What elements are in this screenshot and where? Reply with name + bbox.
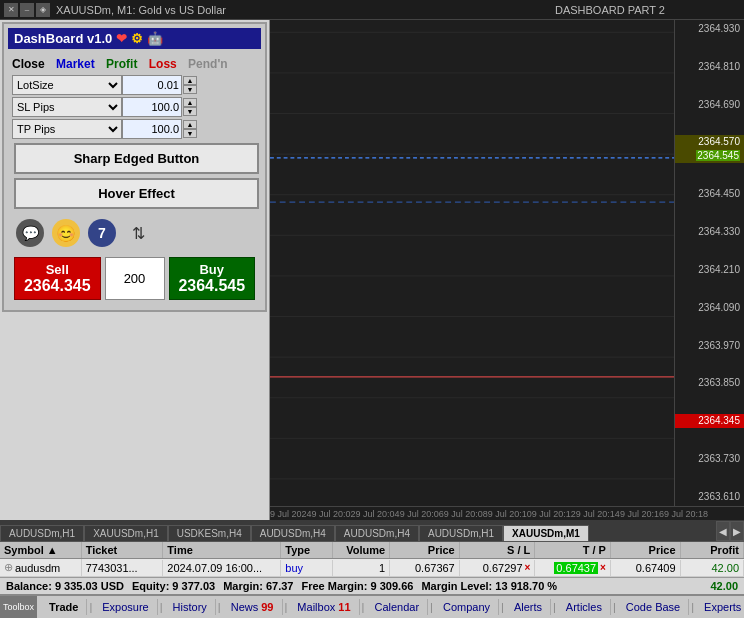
bottom-tab-history[interactable]: History <box>165 599 216 615</box>
bottom-tab-codebase[interactable]: Code Base <box>618 599 689 615</box>
tp-up[interactable]: ▲ <box>183 120 197 129</box>
price-label-highlight: 2364.5702364.545 <box>675 135 744 163</box>
price-label-1: 2364.930 <box>675 22 744 36</box>
buy-price: 2364.545 <box>178 277 247 295</box>
market-label: Market <box>56 57 95 71</box>
tab-audusdm-h4-2[interactable]: AUDUSDm,H4 <box>335 525 419 541</box>
bottom-tab-exposure[interactable]: Exposure <box>94 599 157 615</box>
th-ticket[interactable]: Ticket <box>82 542 164 558</box>
th-symbol[interactable]: Symbol ▲ <box>0 542 82 558</box>
tp-row: TP Pips ▲ ▼ <box>12 119 257 139</box>
th-price[interactable]: Price <box>390 542 460 558</box>
lot-input[interactable]: 200 <box>105 257 165 300</box>
tab-right-arrow[interactable]: ▶ <box>730 521 744 541</box>
bottom-tab-calendar[interactable]: Calendar <box>366 599 428 615</box>
bottom-tab-articles[interactable]: Articles <box>558 599 611 615</box>
gear-icon: ⚙ <box>131 31 143 46</box>
th-type[interactable]: Type <box>281 542 332 558</box>
th-sl[interactable]: S / L <box>460 542 536 558</box>
trade-table-area: Symbol ▲ Ticket Time Type Volume Price S… <box>0 542 744 594</box>
sharp-button[interactable]: Sharp Edged Button <box>14 143 259 174</box>
chat-icon[interactable]: 💬 <box>16 219 44 247</box>
th-price2[interactable]: Price <box>611 542 681 558</box>
lotsize-down[interactable]: ▼ <box>183 85 197 94</box>
bottom-tab-news[interactable]: News 99 <box>223 599 283 615</box>
buy-label: Buy <box>178 262 247 277</box>
price-label-10: 2363.850 <box>675 376 744 390</box>
tp-down[interactable]: ▼ <box>183 129 197 138</box>
lotsize-select[interactable]: LotSize <box>12 75 122 95</box>
chart-column: 2364.930 2364.810 2364.690 2364.5702364.… <box>270 20 744 520</box>
td-price: 0.67367 <box>390 560 460 576</box>
sl-up[interactable]: ▲ <box>183 98 197 107</box>
tab-audusdm-h4-1[interactable]: AUDUSDm,H4 <box>251 525 335 541</box>
sl-select[interactable]: SL Pips <box>12 97 122 117</box>
th-tp[interactable]: T / P <box>535 542 611 558</box>
chart-row: 2364.930 2364.810 2364.690 2364.5702364.… <box>270 20 744 506</box>
buy-button[interactable]: Buy 2364.545 <box>169 257 256 300</box>
sell-label: Sell <box>23 262 92 277</box>
loss-label: Loss <box>149 57 177 71</box>
tab-left-arrow[interactable]: ◀ <box>716 521 730 541</box>
toolbox-label[interactable]: Toolbox <box>0 596 37 618</box>
chart-canvas[interactable] <box>270 20 674 506</box>
tab-usdkesm-h4[interactable]: USDKESm,H4 <box>168 525 251 541</box>
time-label-7: 9 Jul 20:14 <box>576 509 620 519</box>
sl-row: SL Pips ▲ ▼ <box>12 97 257 117</box>
price-label-6: 2364.330 <box>675 225 744 239</box>
tp-input[interactable] <box>122 119 182 139</box>
price-label-red: 2364.345 <box>675 414 744 428</box>
chart-icon[interactable]: ◈ <box>36 3 50 17</box>
smiley-icon[interactable]: 😊 <box>52 219 80 247</box>
total-profit: 42.00 <box>710 580 738 592</box>
bottom-tab-alerts[interactable]: Alerts <box>506 599 551 615</box>
lotsize-input[interactable] <box>122 75 182 95</box>
td-tp: 0.67437 × <box>535 560 611 576</box>
row-expand-icon[interactable]: ⊕ <box>4 561 13 574</box>
th-profit[interactable]: Profit <box>681 542 744 558</box>
time-axis: 9 Jul 2024 9 Jul 20:02 9 Jul 20:04 9 Jul… <box>270 506 744 520</box>
time-label-3: 9 Jul 20:06 <box>400 509 444 519</box>
free-margin-text: Free Margin: 9 309.66 <box>301 580 413 592</box>
dashboard-panel: DashBoard v1.0 ❤ ⚙ 🤖 Close Market Profit… <box>0 20 270 520</box>
minimize-icon[interactable]: – <box>20 3 34 17</box>
tab-xauusdm-h1[interactable]: XAUUSDm,H1 <box>84 525 168 541</box>
hover-button[interactable]: Hover Effect <box>14 178 259 209</box>
sl-spinner[interactable]: ▲ ▼ <box>183 98 197 116</box>
chart-description: Gold vs US Dollar <box>139 4 226 16</box>
bottom-tab-mailbox[interactable]: Mailbox 11 <box>289 599 359 615</box>
sl-input[interactable] <box>122 97 182 117</box>
lotsize-spinner[interactable]: ▲ ▼ <box>183 76 197 94</box>
balance-row: Balance: 9 335.03 USD Equity: 9 377.03 M… <box>0 577 744 594</box>
sl-close-btn[interactable]: × <box>525 562 531 573</box>
bottom-tab-company[interactable]: Company <box>435 599 499 615</box>
th-time[interactable]: Time <box>163 542 281 558</box>
th-volume[interactable]: Volume <box>333 542 390 558</box>
tab-audusdm-h1-1[interactable]: AUDUSDm,H1 <box>0 525 84 541</box>
bottom-tab-experts[interactable]: Experts <box>696 599 744 615</box>
td-symbol: ⊕ audusdm <box>0 559 82 576</box>
tab-xauusdm-m1[interactable]: XAUUSDm,M1 <box>503 525 589 541</box>
icon-row: 💬 😊 7 ⇅ <box>12 213 257 253</box>
number-icon[interactable]: 7 <box>88 219 116 247</box>
sort-icon[interactable]: ⇅ <box>124 219 152 247</box>
tp-select[interactable]: TP Pips <box>12 119 122 139</box>
lotsize-up[interactable]: ▲ <box>183 76 197 85</box>
td-volume: 1 <box>333 560 390 576</box>
tp-spinner[interactable]: ▲ ▼ <box>183 120 197 138</box>
price-label-9: 2363.970 <box>675 339 744 353</box>
symbol-value: audusdm <box>15 562 60 574</box>
bottom-tab-trade[interactable]: Trade <box>41 599 87 615</box>
sl-down[interactable]: ▼ <box>183 107 197 116</box>
close-icon[interactable]: ✕ <box>4 3 18 17</box>
table-row: ⊕ audusdm 7743031... 2024.07.09 16:00...… <box>0 559 744 577</box>
time-label-6: 9 Jul 20:12 <box>532 509 576 519</box>
time-label-4: 9 Jul 20:08 <box>444 509 488 519</box>
price-label-12: 2363.730 <box>675 452 744 466</box>
tp-close-btn[interactable]: × <box>600 562 606 573</box>
td-sl: 0.67297 × <box>460 560 536 576</box>
chart-and-panel: DashBoard v1.0 ❤ ⚙ 🤖 Close Market Profit… <box>0 20 744 520</box>
tab-audusdm-h1-2[interactable]: AUDUSDm,H1 <box>419 525 503 541</box>
sell-button[interactable]: Sell 2364.345 <box>14 257 101 300</box>
margin-level-text: Margin Level: 13 918.70 % <box>421 580 557 592</box>
